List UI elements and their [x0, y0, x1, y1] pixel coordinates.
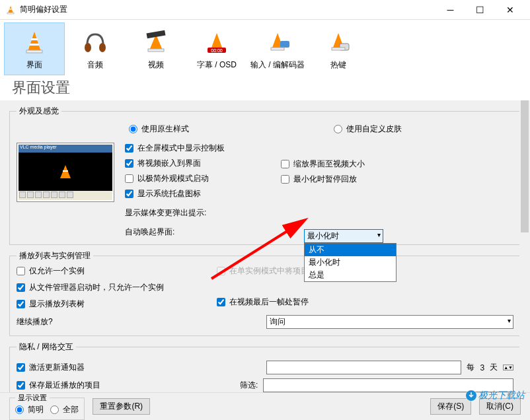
page-title: 界面设置 — [0, 75, 530, 100]
svg-rect-17 — [271, 48, 284, 50]
radio-all[interactable]: 全部 — [50, 404, 79, 415]
close-button[interactable]: ✕ — [495, 0, 525, 20]
playlist-legend: 播放列表与实例管理 — [17, 250, 93, 262]
label-continue-playback: 继续播放? — [17, 316, 261, 328]
dropdown-option-never[interactable]: 从不 — [305, 244, 396, 256]
vertical-scrollbar[interactable] — [519, 100, 530, 395]
chk-systray[interactable]: 显示系统托盘图标 — [125, 188, 231, 199]
settings-body: 外观及感觉 使用原生样式 使用自定义皮肤 VLC media player 在全… — [0, 100, 530, 395]
label-every: 每 — [467, 362, 474, 373]
svg-text:00:00: 00:00 — [211, 48, 223, 53]
chk-pause-minimize[interactable]: 最小化时暂停回放 — [281, 174, 365, 185]
privacy-group: 隐私 / 网络交互 激活更新通知器 每 3 天 ▲▼ 保存最近播放的项目 筛选: — [9, 341, 521, 395]
chk-one-instance[interactable]: 仅允许一个实例 — [17, 265, 164, 277]
update-interval-field[interactable] — [266, 361, 461, 374]
privacy-legend: 隐私 / 网络交互 — [17, 341, 76, 353]
svg-rect-2 — [9, 9, 12, 10]
bottom-bar: 显示设置 简明 全部 重置参数(R) 保存(S) 取消(C) — [0, 392, 530, 420]
display-settings-group: 显示设置 简明 全部 — [9, 393, 85, 420]
scrollbar-thumb[interactable] — [521, 100, 529, 232]
label-media-change: 显示媒体变更弹出提示: — [125, 207, 231, 219]
chk-minimal-view[interactable]: 以极简外观模式启动 — [125, 173, 231, 184]
dropdown-option-always[interactable]: 总是 — [305, 269, 396, 281]
cone-icon — [20, 28, 49, 57]
radio-custom-skin[interactable]: 使用自定义皮肤 — [334, 123, 402, 135]
chk-playlist-tree[interactable]: 显示播放列表树 — [17, 298, 164, 310]
svg-rect-5 — [31, 38, 38, 40]
category-tabbar: 界面 音频 视频 00:00 字幕 / OSD 输入 / 编解码器 热键 — [0, 20, 530, 75]
dropdown-media-change[interactable]: 从不 最小化时 总是 — [304, 243, 397, 282]
svg-marker-3 — [28, 32, 41, 52]
label-auto-raise: 自动唤起界面: — [125, 227, 231, 238]
svg-rect-1 — [7, 13, 14, 14]
svg-rect-4 — [26, 50, 42, 53]
tab-video[interactable]: 视频 — [126, 22, 186, 75]
appearance-legend: 外观及感觉 — [17, 106, 61, 117]
minimize-button[interactable]: ─ — [435, 0, 465, 20]
maximize-button[interactable]: ☐ — [465, 0, 495, 20]
skin-preview: VLC media player — [17, 143, 114, 202]
window-title: 简明偏好设置 — [20, 4, 435, 15]
chk-embed-video[interactable]: 将视频嵌入到界面 — [125, 158, 231, 169]
days-value: 3 — [480, 363, 484, 372]
subtitle-icon: 00:00 — [202, 28, 231, 57]
svg-point-7 — [85, 43, 91, 52]
display-settings-legend: 显示设置 — [15, 393, 50, 403]
spinner-icon[interactable]: ▲▼ — [503, 365, 513, 370]
tab-label: 视频 — [148, 59, 164, 71]
tab-label: 字幕 / OSD — [197, 59, 237, 71]
chk-save-recent[interactable]: 保存最近播放的项目 — [17, 380, 235, 391]
tab-audio[interactable]: 音频 — [65, 22, 126, 75]
chk-resize-interface[interactable]: 缩放界面至视频大小 — [281, 158, 365, 170]
reset-button[interactable]: 重置参数(R) — [93, 398, 150, 415]
hotkey-icon — [324, 28, 353, 57]
svg-rect-20 — [332, 48, 345, 50]
svg-rect-16 — [280, 41, 289, 48]
svg-point-8 — [99, 43, 106, 52]
label-filter: 筛选: — [240, 380, 258, 391]
clapper-icon — [141, 28, 170, 57]
tab-label: 音频 — [87, 59, 103, 71]
tab-hotkeys[interactable]: 热键 — [308, 22, 369, 75]
radio-simple[interactable]: 简明 — [15, 404, 44, 415]
chk-fullscreen-controller[interactable]: 在全屏模式中显示控制板 — [125, 143, 231, 154]
radio-skin-input[interactable] — [334, 125, 342, 133]
chk-pause-last-frame[interactable]: 在视频最后一帧处暂停 — [217, 297, 388, 308]
appearance-group: 外观及感觉 使用原生样式 使用自定义皮肤 VLC media player 在全… — [9, 106, 521, 245]
app-icon — [5, 5, 16, 15]
tab-interface[interactable]: 界面 — [4, 22, 65, 75]
watermark: 极光下载站 — [465, 390, 525, 402]
label-days: 天 — [490, 362, 498, 373]
tab-subtitles[interactable]: 00:00 字幕 / OSD — [186, 22, 247, 75]
tab-label: 热键 — [330, 59, 346, 71]
svg-rect-22 — [63, 170, 68, 172]
radio-native-style[interactable]: 使用原生样式 — [129, 123, 189, 135]
svg-marker-12 — [211, 33, 222, 48]
chk-update-notifier[interactable]: 激活更新通知器 — [17, 362, 261, 373]
tab-label: 输入 / 编解码器 — [250, 59, 305, 71]
tab-codecs[interactable]: 输入 / 编解码器 — [247, 22, 308, 75]
svg-rect-6 — [30, 44, 39, 46]
select-media-change-popup[interactable]: 最小化时 — [304, 229, 383, 243]
tab-label: 界面 — [26, 59, 42, 71]
dropdown-option-minimized[interactable]: 最小化时 — [305, 256, 396, 269]
radio-native-input[interactable] — [129, 125, 137, 133]
select-continue-playback[interactable]: 询问 — [266, 315, 513, 329]
playlist-group: 播放列表与实例管理 仅允许一个实例 从文件管理器启动时，只允许一个实例 显示播放… — [9, 250, 521, 336]
headphones-icon — [81, 28, 110, 57]
chk-one-from-filemanager[interactable]: 从文件管理器启动时，只允许一个实例 — [17, 282, 164, 293]
titlebar: 简明偏好设置 ─ ☐ ✕ — [0, 0, 530, 20]
codec-icon — [263, 28, 292, 57]
svg-rect-11 — [148, 49, 164, 52]
